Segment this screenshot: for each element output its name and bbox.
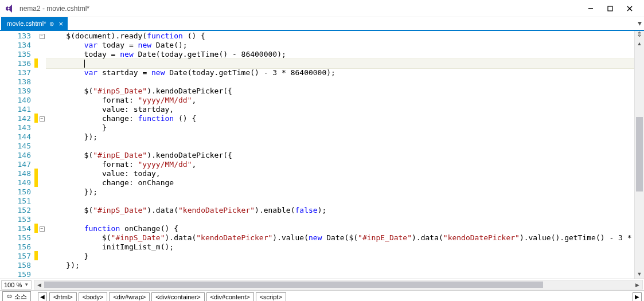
line-number: 141 bbox=[0, 105, 31, 114]
fold-cell bbox=[38, 151, 46, 160]
code-line[interactable]: }); bbox=[46, 187, 634, 197]
line-number: 133 bbox=[0, 32, 31, 41]
split-icon[interactable]: ⇕ bbox=[637, 30, 642, 38]
code-line[interactable]: $("#inpS_Date").data("kendoDatePicker").… bbox=[46, 233, 634, 243]
fold-cell bbox=[38, 142, 46, 151]
breadcrumb-prev-icon[interactable]: ◀ bbox=[38, 292, 47, 302]
code-line[interactable] bbox=[46, 197, 634, 206]
scroll-left-icon[interactable]: ◀ bbox=[34, 280, 44, 289]
source-view-button[interactable]: ⇔ 소스 bbox=[2, 291, 31, 301]
code-line[interactable]: }); bbox=[46, 261, 634, 270]
fold-cell bbox=[38, 96, 46, 105]
vs-logo-icon bbox=[5, 3, 15, 14]
fold-cell bbox=[38, 252, 46, 261]
fold-cell bbox=[38, 132, 46, 142]
fold-cell bbox=[38, 169, 46, 178]
fold-cell bbox=[38, 197, 46, 206]
fold-toggle-icon[interactable]: − bbox=[40, 226, 45, 232]
code-line[interactable]: format: "yyyy/MM/dd", bbox=[46, 96, 634, 105]
svg-rect-1 bbox=[608, 6, 612, 11]
breadcrumb-item[interactable]: <script> bbox=[256, 292, 286, 302]
fold-cell bbox=[38, 233, 46, 243]
code-line[interactable] bbox=[46, 215, 634, 224]
vertical-scrollbar[interactable]: ⇕ ▲ ▼ bbox=[634, 31, 644, 279]
pin-icon[interactable]: ⊕ bbox=[49, 21, 54, 27]
breadcrumb-item[interactable]: <div#content> bbox=[206, 292, 254, 302]
zoom-level[interactable]: 100 % ▼ bbox=[1, 280, 32, 290]
fold-cell bbox=[38, 77, 46, 87]
code-line[interactable]: value: today, bbox=[46, 169, 634, 178]
code-line[interactable]: function onChange() { bbox=[46, 224, 634, 233]
breadcrumb-bar: ⇔ 소스 ◀ <html><body><div#wrap><div#contai… bbox=[0, 290, 644, 301]
line-number: 147 bbox=[0, 160, 31, 169]
line-number: 138 bbox=[0, 77, 31, 87]
code-line[interactable]: $(document).ready(function () { bbox=[46, 32, 634, 41]
line-number-gutter: 1331341351361371381391401411421431441451… bbox=[0, 31, 34, 279]
line-number: 159 bbox=[0, 270, 31, 279]
line-number: 148 bbox=[0, 169, 31, 178]
breadcrumb-item[interactable]: <div#wrap> bbox=[109, 292, 150, 302]
code-line[interactable]: } bbox=[46, 252, 634, 261]
zoom-value: 100 % bbox=[4, 282, 22, 288]
fold-cell bbox=[38, 87, 46, 96]
scrollbar-thumb[interactable] bbox=[636, 117, 643, 191]
fold-cell bbox=[38, 215, 46, 224]
code-line[interactable]: var today = new Date(); bbox=[46, 41, 634, 50]
scroll-up-icon[interactable]: ▲ bbox=[635, 38, 644, 48]
split-grip-icon[interactable]: ▾ bbox=[638, 18, 642, 28]
tab-label: movie.cshtml* bbox=[7, 20, 46, 27]
line-number: 143 bbox=[0, 123, 31, 132]
tab-movie-cshtml[interactable]: movie.cshtml* ⊕ × bbox=[1, 17, 68, 30]
line-number: 146 bbox=[0, 151, 31, 160]
code-line[interactable]: initImgList_m(); bbox=[46, 243, 634, 252]
chevron-down-icon[interactable]: ▼ bbox=[24, 282, 29, 287]
scroll-right-icon[interactable]: ▶ bbox=[633, 280, 642, 289]
breadcrumb-item[interactable]: <div#container> bbox=[151, 292, 204, 302]
window-title: nema2 - movie.cshtml* bbox=[19, 5, 581, 13]
scroll-down-icon[interactable]: ▼ bbox=[635, 269, 644, 279]
code-line[interactable]: var startday = new Date(today.getTime() … bbox=[46, 68, 634, 77]
line-number: 136 bbox=[0, 59, 31, 68]
tab-strip: movie.cshtml* ⊕ × ▾ bbox=[0, 17, 644, 31]
fold-toggle-icon[interactable]: − bbox=[40, 116, 45, 122]
horizontal-scrollbar[interactable]: ◀ ▶ bbox=[34, 280, 643, 290]
hscroll-thumb[interactable] bbox=[44, 282, 543, 288]
code-line[interactable]: change: onChange bbox=[46, 178, 634, 187]
code-line[interactable]: $("#inpS_Date").kendoDatePicker({ bbox=[46, 87, 634, 96]
code-line[interactable]: }); bbox=[46, 132, 634, 142]
fold-cell bbox=[38, 160, 46, 169]
code-line[interactable]: $("#inpE_Date").kendoDatePicker({ bbox=[46, 151, 634, 160]
code-line[interactable]: value: startday, bbox=[46, 105, 634, 114]
titlebar: nema2 - movie.cshtml* bbox=[0, 0, 644, 17]
code-area[interactable]: $(document).ready(function () { var toda… bbox=[46, 31, 634, 279]
code-line[interactable]: format: "yyyy/MM/dd", bbox=[46, 160, 634, 169]
code-line[interactable]: change: function () { bbox=[46, 114, 634, 123]
code-line[interactable]: $("#inpS_Date").data("kendoDatePicker").… bbox=[46, 206, 634, 215]
fold-cell bbox=[38, 41, 46, 50]
code-line[interactable]: } bbox=[46, 123, 634, 132]
close-button[interactable] bbox=[620, 2, 639, 15]
line-number: 154 bbox=[0, 224, 31, 233]
code-line[interactable]: today = new Date(today.getTime() - 86400… bbox=[46, 50, 634, 59]
tab-close-icon[interactable]: × bbox=[57, 19, 64, 28]
fold-toggle-icon[interactable]: − bbox=[40, 34, 45, 39]
code-line[interactable] bbox=[46, 142, 634, 151]
fold-cell bbox=[38, 206, 46, 215]
minimize-button[interactable] bbox=[581, 2, 600, 15]
fold-cell bbox=[38, 123, 46, 132]
breadcrumb-item[interactable]: <body> bbox=[79, 292, 108, 302]
line-number: 149 bbox=[0, 178, 31, 187]
code-line[interactable] bbox=[46, 270, 634, 279]
breadcrumb-next-icon[interactable]: ▶ bbox=[633, 292, 642, 302]
fold-cell bbox=[38, 243, 46, 252]
line-number: 156 bbox=[0, 243, 31, 252]
line-number: 134 bbox=[0, 41, 31, 50]
fold-cell bbox=[38, 261, 46, 270]
code-line[interactable] bbox=[46, 77, 634, 87]
breadcrumb-item[interactable]: <html> bbox=[49, 292, 77, 302]
line-number: 135 bbox=[0, 50, 31, 59]
line-number: 151 bbox=[0, 197, 31, 206]
maximize-button[interactable] bbox=[600, 2, 620, 15]
line-number: 140 bbox=[0, 96, 31, 105]
code-line[interactable] bbox=[46, 59, 634, 68]
